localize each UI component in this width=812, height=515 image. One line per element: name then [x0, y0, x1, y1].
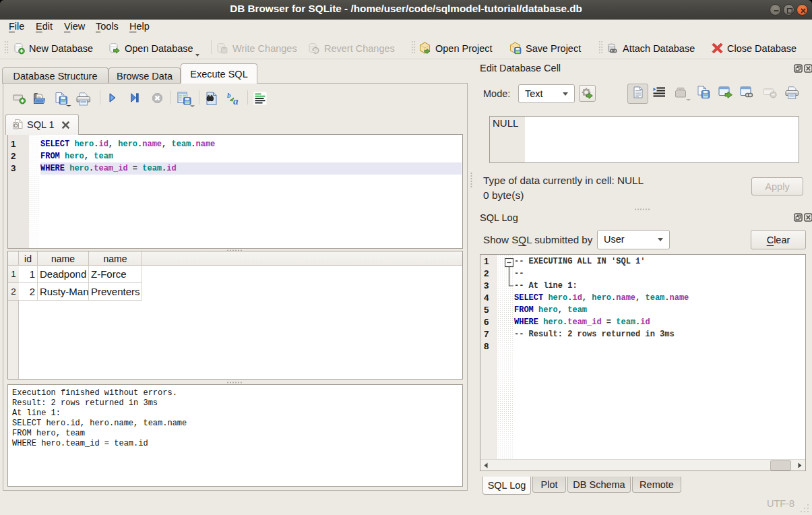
svg-text:a: a — [233, 96, 239, 106]
svg-text:b: b — [227, 92, 231, 99]
